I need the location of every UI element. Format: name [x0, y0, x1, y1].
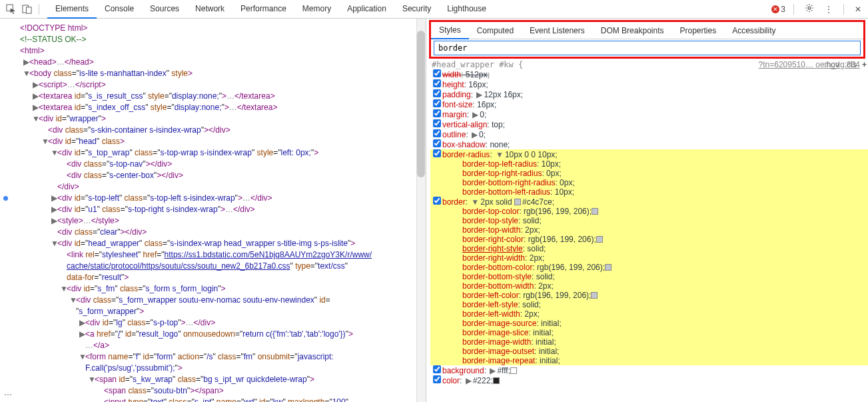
- dom-node[interactable]: ▶<style>…</style>: [4, 215, 426, 227]
- dom-node[interactable]: ▼<form name="f" id="form" action="/s" cl…: [4, 351, 426, 363]
- css-property[interactable]: border-top-style: solid;: [430, 216, 868, 225]
- expand-icon[interactable]: [13, 34, 20, 45]
- tab-network[interactable]: Network: [187, 0, 232, 19]
- property-toggle[interactable]: [433, 119, 441, 127]
- property-toggle[interactable]: [433, 79, 441, 87]
- css-property[interactable]: border-radius: ▼10px 0 0 10px;: [430, 149, 868, 159]
- expand-icon[interactable]: [60, 159, 67, 170]
- color-swatch-icon[interactable]: [592, 208, 598, 215]
- color-swatch-icon[interactable]: [514, 199, 521, 205]
- css-property[interactable]: border-left-width: 2px;: [430, 309, 868, 319]
- dom-node[interactable]: <span class="soutu-btn"></span>: [4, 385, 426, 397]
- css-property[interactable]: padding: ▶12px 16px;: [430, 89, 868, 99]
- property-toggle[interactable]: [433, 89, 441, 97]
- tab-performance[interactable]: Performance: [232, 0, 294, 19]
- color-swatch-icon[interactable]: [510, 367, 517, 374]
- dom-node[interactable]: …</a>: [4, 340, 426, 351]
- dom-node[interactable]: "s_form_wrapper">: [4, 306, 426, 317]
- styles-tab-accessibility[interactable]: Accessibility: [724, 22, 783, 39]
- expand-icon[interactable]: ▼: [60, 283, 67, 295]
- expand-icon[interactable]: [60, 272, 67, 283]
- expand-icon[interactable]: [60, 261, 67, 272]
- scrollbar-thumb[interactable]: [417, 31, 425, 177]
- css-property[interactable]: border-bottom-style: solid;: [430, 272, 868, 281]
- css-property[interactable]: border: ▼2px solid #c4c7ce;: [430, 197, 868, 207]
- css-property[interactable]: border-left-color: rgb(196, 199, 206);: [430, 291, 868, 300]
- css-properties-list[interactable]: width: 512px;height: 16px;padding: ▶12px…: [426, 69, 868, 402]
- css-property[interactable]: border-bottom-left-radius: 10px;: [430, 187, 868, 197]
- dom-node[interactable]: <!DOCTYPE html>: [4, 23, 426, 34]
- css-property[interactable]: border-image-slice: initial;: [430, 328, 868, 337]
- expand-icon[interactable]: ▶: [51, 193, 57, 204]
- css-property[interactable]: border-top-color: rgb(196, 199, 206);: [430, 207, 868, 216]
- inspect-icon[interactable]: [4, 3, 17, 16]
- expand-icon[interactable]: ▼: [51, 238, 57, 249]
- tab-security[interactable]: Security: [394, 0, 439, 19]
- css-property[interactable]: border-bottom-color: rgb(196, 199, 206);: [430, 263, 868, 272]
- expand-icon[interactable]: ▶: [79, 329, 85, 340]
- expand-icon[interactable]: ▶: [23, 57, 29, 68]
- tab-application[interactable]: Application: [339, 0, 394, 19]
- styles-tab-dom-breakpoints[interactable]: DOM Breakpoints: [593, 22, 672, 39]
- expand-icon[interactable]: [13, 23, 20, 34]
- dom-node[interactable]: ▶<textarea id="s_index_off_css" style="d…: [4, 102, 426, 113]
- dom-node[interactable]: <!--STATUS OK-->: [4, 34, 426, 45]
- expand-icon[interactable]: [97, 397, 104, 402]
- dom-node[interactable]: <html>: [4, 45, 426, 57]
- css-property[interactable]: border-right-color: rgb(196, 199, 206);: [430, 235, 868, 244]
- elements-tree-pane[interactable]: <!DOCTYPE html> <!--STATUS OK--> <html>▶…: [0, 19, 426, 402]
- color-swatch-icon[interactable]: [605, 264, 612, 271]
- css-property[interactable]: outline: ▶0;: [430, 129, 868, 139]
- expand-icon[interactable]: [60, 249, 67, 261]
- expand-icon[interactable]: [13, 45, 20, 57]
- property-toggle[interactable]: [433, 149, 441, 157]
- dom-tree[interactable]: <!DOCTYPE html> <!--STATUS OK--> <html>▶…: [0, 19, 426, 402]
- tab-elements[interactable]: Elements: [47, 0, 97, 19]
- expand-icon[interactable]: ▼: [23, 68, 29, 79]
- dom-node[interactable]: <div class="s-top-nav"></div>: [4, 159, 426, 170]
- css-property[interactable]: border-top-right-radius: 0px;: [430, 169, 868, 178]
- dom-node[interactable]: data-for="result">: [4, 272, 426, 283]
- property-toggle[interactable]: [433, 375, 441, 383]
- more-icon[interactable]: ⋮: [822, 5, 835, 14]
- tab-console[interactable]: Console: [97, 0, 142, 19]
- tab-lighthouse[interactable]: Lighthouse: [439, 0, 494, 19]
- css-property[interactable]: font-size: 16px;: [430, 99, 868, 109]
- property-toggle[interactable]: [433, 365, 441, 373]
- styles-tab-styles[interactable]: Styles: [431, 22, 469, 39]
- expand-icon[interactable]: [69, 306, 76, 317]
- styles-tab-event-listeners[interactable]: Event Listeners: [522, 22, 593, 39]
- property-toggle[interactable]: [433, 197, 441, 205]
- css-property[interactable]: box-shadow: none;: [430, 139, 868, 149]
- css-property[interactable]: border-image-width: initial;: [430, 337, 868, 347]
- css-property[interactable]: color: ▶#222;: [430, 375, 868, 385]
- css-property[interactable]: border-image-source: initial;: [430, 319, 868, 328]
- css-property[interactable]: vertical-align: top;: [430, 119, 868, 129]
- expand-icon[interactable]: [97, 385, 104, 397]
- expand-icon[interactable]: [41, 125, 48, 136]
- dom-node[interactable]: ▶<div id="s-top-left" class="s-top-left …: [4, 193, 426, 204]
- expand-icon[interactable]: [79, 363, 85, 374]
- styles-tab-properties[interactable]: Properties: [671, 22, 724, 39]
- css-property[interactable]: border-top-width: 2px;: [430, 225, 868, 235]
- property-toggle[interactable]: [433, 129, 441, 137]
- expand-icon[interactable]: ▼: [41, 136, 48, 147]
- device-icon[interactable]: [20, 3, 33, 16]
- dom-node[interactable]: ▼<div class="s_form_wrapper soutu-env-no…: [4, 295, 426, 306]
- expand-icon[interactable]: ▼: [51, 147, 57, 159]
- css-property[interactable]: border-bottom-width: 2px;: [430, 281, 868, 291]
- expand-icon[interactable]: [51, 227, 57, 238]
- dom-node[interactable]: cache/static/protocol/https/soutu/css/so…: [4, 261, 426, 272]
- tab-memory[interactable]: Memory: [294, 0, 339, 19]
- css-property[interactable]: border-image-outset: initial;: [430, 347, 868, 356]
- expand-icon[interactable]: [60, 170, 67, 181]
- dom-node[interactable]: ▶<textarea id="s_is_result_css" style="d…: [4, 91, 426, 102]
- dom-node[interactable]: <input type="text" class="s_ipt" name="w…: [4, 397, 426, 402]
- expand-icon[interactable]: ▼: [88, 374, 95, 385]
- styles-filter-input[interactable]: [434, 41, 861, 55]
- css-property[interactable]: border-top-left-radius: 10px;: [430, 159, 868, 169]
- dom-node[interactable]: ▼<div id="head" class>: [4, 136, 426, 147]
- color-swatch-icon[interactable]: [596, 236, 603, 243]
- tab-sources[interactable]: Sources: [142, 0, 187, 19]
- css-property[interactable]: height: 16px;: [430, 79, 868, 89]
